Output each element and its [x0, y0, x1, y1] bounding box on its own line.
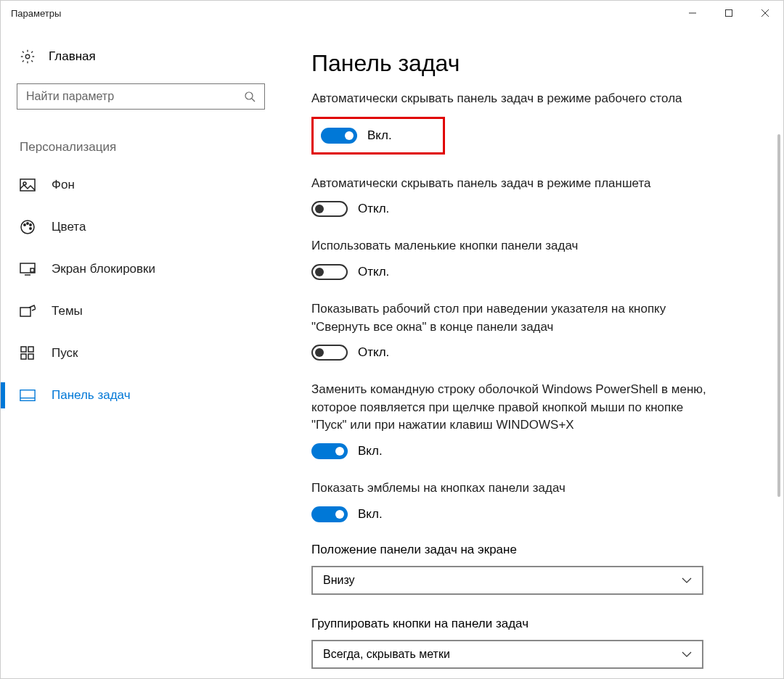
toggle-auto-hide-desktop[interactable]: [321, 128, 357, 144]
page-title: Панель задач: [311, 50, 760, 77]
svg-rect-20: [21, 354, 26, 359]
svg-rect-18: [21, 347, 26, 352]
setting-taskbar-position: Положение панели задач на экране Внизу: [311, 543, 760, 595]
sidebar-item-colors[interactable]: Цвета: [17, 210, 261, 244]
window-title: Параметры: [11, 8, 61, 19]
minimize-button[interactable]: [674, 1, 711, 25]
picture-icon: [20, 178, 36, 192]
sidebar-item-start[interactable]: Пуск: [17, 336, 261, 371]
search-icon: [244, 91, 256, 102]
search-box[interactable]: [17, 83, 265, 110]
window-controls: [674, 1, 783, 25]
search-input[interactable]: [26, 90, 244, 103]
setting-label: Автоматически скрывать панель задач в ре…: [311, 175, 718, 193]
close-button[interactable]: [747, 1, 783, 25]
svg-point-12: [30, 224, 31, 226]
svg-rect-21: [28, 354, 33, 359]
svg-rect-19: [28, 347, 33, 352]
chevron-down-icon: [682, 651, 692, 657]
setting-powershell: Заменить командную строку оболочкой Wind…: [311, 381, 718, 459]
dropdown-label: Группировать кнопки на панели задач: [311, 617, 760, 631]
sidebar-item-label: Фон: [52, 178, 75, 192]
toggle-small-buttons[interactable]: [311, 264, 348, 280]
lockscreen-icon: [20, 263, 36, 276]
dropdown-taskbar-position[interactable]: Внизу: [311, 566, 703, 595]
themes-icon: [20, 305, 36, 318]
svg-rect-22: [20, 390, 35, 401]
home-link[interactable]: Главная: [17, 49, 261, 65]
taskbar-icon: [20, 389, 36, 402]
svg-line-6: [252, 99, 255, 102]
svg-point-13: [30, 228, 31, 229]
toggle-auto-hide-tablet[interactable]: [311, 201, 348, 217]
sidebar-item-label: Пуск: [52, 346, 78, 361]
sidebar-item-themes[interactable]: Темы: [17, 294, 261, 329]
toggle-state-label: Вкл.: [358, 507, 383, 522]
svg-point-5: [245, 92, 253, 99]
chevron-down-icon: [682, 577, 692, 583]
highlight-box: Вкл.: [311, 117, 445, 155]
section-header: Персонализация: [17, 140, 261, 155]
home-label: Главная: [49, 49, 96, 64]
sidebar-item-label: Темы: [52, 304, 83, 318]
setting-auto-hide-desktop: Автоматически скрывать панель задач в ре…: [311, 90, 760, 175]
setting-label: Показать эмблемы на кнопках панели задач: [311, 480, 718, 498]
toggle-state-label: Откл.: [358, 202, 389, 216]
sidebar: Главная Персонализация Фон Цвета Э: [1, 25, 277, 678]
toggle-state-label: Вкл.: [367, 128, 392, 143]
setting-label: Использовать маленькие кнопки панели зад…: [311, 237, 718, 255]
setting-label: Показывать рабочий стол при наведении ук…: [311, 300, 718, 336]
dropdown-label: Положение панели задач на экране: [311, 543, 760, 557]
setting-auto-hide-tablet: Автоматически скрывать панель задач в ре…: [311, 175, 718, 218]
toggle-state-label: Откл.: [358, 265, 389, 279]
sidebar-item-background[interactable]: Фон: [17, 168, 261, 202]
sidebar-item-label: Цвета: [52, 220, 86, 234]
toggle-powershell[interactable]: [311, 443, 348, 459]
maximize-button[interactable]: [711, 1, 747, 25]
setting-peek-desktop: Показывать рабочий стол при наведении ук…: [311, 300, 718, 361]
close-icon: [761, 9, 769, 17]
sidebar-item-lockscreen[interactable]: Экран блокировки: [17, 252, 261, 287]
gear-icon: [20, 49, 36, 65]
svg-point-10: [24, 224, 25, 226]
main-content: Панель задач Автоматически скрывать пане…: [277, 25, 783, 678]
dropdown-combine-buttons[interactable]: Всегда, скрывать метки: [311, 640, 703, 669]
minimize-icon: [688, 9, 697, 17]
scrollbar-thumb[interactable]: [777, 134, 780, 497]
toggle-badges[interactable]: [311, 506, 348, 522]
setting-small-buttons: Использовать маленькие кнопки панели зад…: [311, 237, 718, 280]
titlebar: Параметры: [1, 1, 783, 25]
scrollbar[interactable]: [776, 25, 782, 678]
sidebar-item-taskbar[interactable]: Панель задач: [17, 378, 261, 413]
toggle-state-label: Откл.: [358, 345, 389, 360]
toggle-peek-desktop[interactable]: [311, 345, 348, 361]
setting-combine-buttons: Группировать кнопки на панели задач Всег…: [311, 617, 760, 669]
setting-label: Автоматически скрывать панель задач в ре…: [311, 90, 760, 108]
dropdown-value: Всегда, скрывать метки: [323, 648, 450, 661]
svg-rect-1: [726, 10, 732, 17]
palette-icon: [20, 221, 36, 234]
svg-point-11: [27, 223, 28, 224]
setting-label: Заменить командную строку оболочкой Wind…: [311, 381, 718, 435]
svg-rect-16: [30, 268, 34, 272]
toggle-state-label: Вкл.: [358, 444, 383, 458]
start-icon: [20, 347, 36, 360]
setting-badges: Показать эмблемы на кнопках панели задач…: [311, 480, 718, 522]
maximize-icon: [724, 9, 733, 17]
svg-rect-17: [20, 308, 30, 316]
dropdown-value: Внизу: [323, 574, 355, 587]
sidebar-item-label: Экран блокировки: [52, 262, 155, 276]
sidebar-item-label: Панель задач: [52, 388, 131, 403]
svg-point-4: [25, 54, 30, 59]
